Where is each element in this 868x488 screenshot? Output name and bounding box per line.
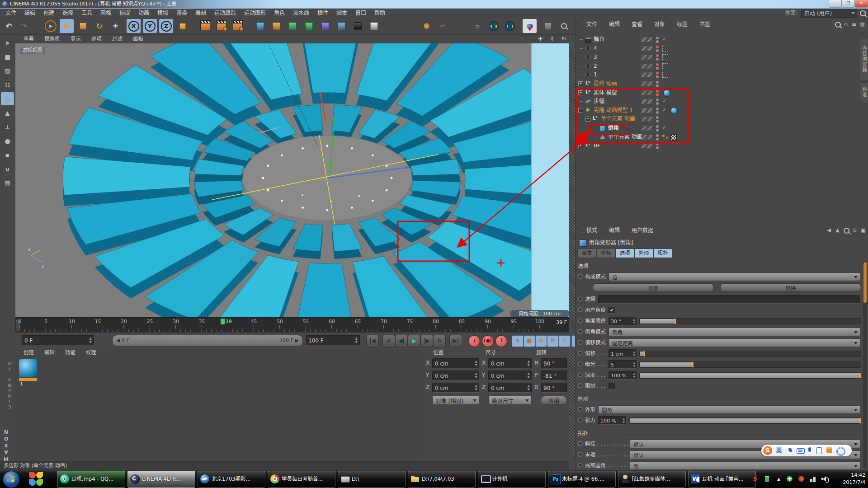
render-visibility-dot[interactable]: [656, 49, 659, 52]
slider-track[interactable]: [639, 318, 861, 324]
render-visibility-dot[interactable]: [656, 129, 659, 131]
move-tool-icon[interactable]: ✚: [60, 19, 74, 33]
editor-visibility-dot[interactable]: [656, 143, 659, 145]
taskbar-button-2[interactable]: 北京1703期影...: [198, 471, 265, 488]
enable-axis-icon[interactable]: ⊥: [1, 120, 14, 133]
add-environment-icon[interactable]: [335, 19, 349, 33]
om-row[interactable]: 步幅✔: [576, 97, 868, 106]
size-mode-dropdown[interactable]: 绝对尺寸: [488, 396, 532, 405]
om-grid-icon[interactable]: ▦: [859, 21, 866, 28]
om-row[interactable]: +L⁰实体 模型: [576, 89, 868, 98]
selection-filter-icon[interactable]: [523, 19, 537, 33]
spinner-arrows-icon[interactable]: ▲▼: [633, 318, 635, 324]
tray-expand-icon[interactable]: ▲: [775, 475, 783, 483]
render-visibility-dot[interactable]: [656, 120, 659, 122]
record-parameter-icon[interactable]: P: [547, 335, 559, 347]
menu-13[interactable]: 角色: [270, 9, 288, 17]
layer-toggle[interactable]: [642, 46, 646, 51]
record-scale-icon[interactable]: ■: [524, 335, 535, 347]
render-settings-icon[interactable]: [231, 19, 245, 33]
add-spline-icon[interactable]: [269, 19, 283, 33]
viewport-pan-icon[interactable]: ✚: [535, 35, 545, 42]
menu-1[interactable]: 编辑: [21, 9, 39, 17]
om-menu-1[interactable]: 编辑: [609, 21, 620, 28]
spinner-arrows-icon[interactable]: ▲▼: [633, 372, 635, 378]
om-item-label[interactable]: 单个元素 动画: [601, 116, 635, 122]
add-button[interactable]: 添加: [593, 283, 714, 292]
spinner-arrows-icon[interactable]: ▲▼: [475, 360, 477, 367]
om-menu-2[interactable]: 查看: [632, 21, 642, 28]
layer-toggle[interactable]: [647, 64, 652, 69]
om-item-label[interactable]: 4: [594, 45, 597, 52]
layer-toggle[interactable]: [647, 37, 652, 42]
render-visibility-dot[interactable]: [656, 84, 659, 87]
axis-modify-icon[interactable]: [420, 19, 434, 33]
snap-icon[interactable]: ∪: [1, 162, 14, 175]
render-visibility-dot[interactable]: [656, 58, 659, 61]
tray-clock[interactable]: 14:422017/7/4: [835, 472, 865, 486]
frame-end-spinner[interactable]: 100 F▲▼: [306, 335, 360, 345]
om-search-icon[interactable]: [834, 21, 841, 28]
menu-5[interactable]: 网格: [97, 9, 115, 17]
value-field[interactable]: 100 %▲▼: [609, 371, 637, 380]
collapse-icon[interactable]: −: [578, 108, 583, 113]
menu-8[interactable]: 模拟: [154, 9, 172, 17]
layer-toggle[interactable]: [642, 126, 646, 131]
om-menu-0[interactable]: 文件: [586, 21, 597, 28]
slider-handle[interactable]: [859, 373, 861, 378]
size-y-field[interactable]: 0 cm▲▼: [488, 371, 532, 380]
lock-y-axis-icon[interactable]: Y: [143, 19, 157, 33]
keyframe-radio-icon[interactable]: [578, 361, 583, 366]
start-button[interactable]: [3, 471, 20, 488]
undo-icon[interactable]: ↶: [2, 19, 16, 33]
interface-dropdown[interactable]: 启动 (用户): [801, 9, 857, 18]
sogou-mic-icon[interactable]: [808, 447, 811, 452]
om-item-label[interactable]: 1: [594, 71, 597, 78]
spinner-arrows-icon[interactable]: ▲▼: [90, 337, 92, 344]
apply-button[interactable]: 应用: [541, 396, 567, 405]
layer-toggle[interactable]: [647, 143, 652, 148]
record-position-icon[interactable]: ✚: [512, 335, 524, 347]
menu-2[interactable]: 创建: [40, 9, 58, 17]
render-visibility-dot[interactable]: [656, 102, 659, 105]
menubar-search-icon[interactable]: [860, 10, 866, 16]
am-scrollbar-thumb[interactable]: [863, 262, 867, 303]
value-field[interactable]: 100 %▲▼: [598, 416, 626, 425]
polygons-mode-icon[interactable]: ▲: [1, 106, 14, 119]
sogou-moon-icon[interactable]: [787, 448, 792, 453]
keyframe-radio-icon[interactable]: [578, 340, 583, 345]
enabled-check-icon[interactable]: ✔: [662, 98, 668, 104]
viewport-menu-1[interactable]: 摄像机: [44, 35, 60, 42]
om-row[interactable]: +L⁰最终 动画: [576, 80, 868, 89]
render-visibility-dot[interactable]: [656, 75, 659, 78]
editor-visibility-dot[interactable]: [656, 54, 659, 57]
previous-key-icon[interactable]: ↺: [382, 335, 395, 347]
last-used-tool-icon[interactable]: ✚: [108, 19, 123, 33]
spinner-arrows-icon[interactable]: ▲▼: [528, 360, 530, 367]
usb-icon[interactable]: [763, 475, 771, 483]
layer-toggle[interactable]: [647, 108, 652, 113]
timeline-range-slider[interactable]: ◀ 0 F100 F ▶: [112, 335, 303, 347]
spinner-arrows-icon[interactable]: ▲▼: [633, 350, 635, 357]
texture-tag-icon[interactable]: [670, 134, 677, 141]
om-menu-4[interactable]: 标签: [677, 21, 688, 28]
material-tag-icon[interactable]: [663, 89, 670, 97]
keyframe-radio-icon[interactable]: [578, 307, 583, 312]
keyframe-radio-icon[interactable]: [578, 452, 583, 457]
add-camera-icon[interactable]: [351, 19, 365, 33]
material-menu-2[interactable]: 功能: [65, 349, 75, 356]
animation-tag-icon[interactable]: [662, 63, 668, 69]
editor-visibility-dot[interactable]: [656, 108, 659, 110]
spinner-arrows-icon[interactable]: ▲▼: [623, 417, 625, 423]
close-button[interactable]: ✕: [855, 0, 868, 8]
spinner-arrows-icon[interactable]: ▲▼: [475, 384, 477, 391]
layer-toggle[interactable]: [642, 72, 646, 77]
om-row[interactable]: 4: [576, 44, 868, 53]
next-frame-icon[interactable]: |▶: [420, 335, 433, 347]
dropdown-0[interactable]: 圆角: [598, 405, 860, 414]
live-selection-icon[interactable]: ➤: [43, 19, 57, 33]
autokey-icon[interactable]: (●): [482, 335, 494, 347]
om-item-label[interactable]: 最终 动画: [594, 80, 617, 87]
sogou-keyboard-icon[interactable]: [797, 448, 805, 454]
om-home-icon[interactable]: ⌂: [842, 21, 849, 28]
